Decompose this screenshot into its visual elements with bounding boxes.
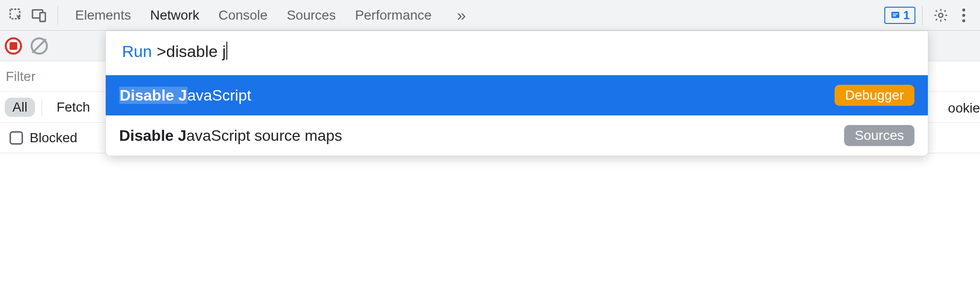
tab-elements[interactable]: Elements	[74, 6, 132, 25]
svg-point-6	[939, 13, 943, 17]
filter-pill-all[interactable]: All	[5, 98, 35, 117]
issues-count: 1	[903, 9, 910, 22]
svg-rect-2	[40, 12, 45, 21]
inspect-element-icon[interactable]	[5, 4, 28, 27]
divider	[922, 6, 923, 25]
device-toolbar-icon[interactable]	[28, 4, 51, 27]
blocked-label: Blocked	[30, 130, 78, 146]
blocked-checkbox[interactable]	[10, 131, 23, 145]
kebab-menu-icon[interactable]	[952, 4, 975, 27]
svg-rect-4	[892, 13, 898, 14]
svg-rect-3	[891, 11, 899, 18]
match-highlight: Disable J	[119, 127, 187, 144]
filter-pill-fetch[interactable]: Fetch	[49, 98, 98, 117]
cookie-text-fragment: ookie	[948, 101, 980, 116]
item-rest: avaScript source maps	[187, 127, 342, 144]
divider	[57, 6, 58, 25]
item-rest: avaScript	[188, 87, 251, 104]
more-tabs-icon[interactable]: »	[450, 4, 473, 27]
filter-input[interactable]: Filter	[6, 69, 35, 84]
match-highlight: Disable J	[119, 87, 188, 104]
tab-performance[interactable]: Performance	[354, 6, 433, 25]
svg-point-8	[962, 13, 965, 16]
divider	[42, 99, 42, 115]
settings-gear-icon[interactable]	[929, 4, 952, 27]
palette-query: >disable j	[156, 42, 227, 61]
text-cursor-icon	[226, 42, 227, 60]
panel-tabs: Elements Network Console Sources Perform…	[74, 4, 473, 27]
command-palette-input-row[interactable]: Run >disable j	[106, 31, 928, 75]
devtools-top-tabbar: Elements Network Console Sources Perform…	[0, 0, 980, 31]
palette-item-disable-javascript[interactable]: Disable JavaScript Debugger	[106, 75, 928, 115]
palette-item-disable-js-source-maps[interactable]: Disable JavaScript source maps Sources	[106, 115, 928, 156]
command-palette: Run >disable j Disable JavaScript Debugg…	[105, 31, 928, 156]
panel-badge-debugger: Debugger	[835, 85, 914, 106]
tab-network[interactable]: Network	[149, 6, 200, 25]
run-prefix: Run	[122, 42, 152, 61]
tab-console[interactable]: Console	[217, 6, 268, 25]
issues-badge[interactable]: 1	[884, 7, 915, 24]
clear-log-icon[interactable]	[31, 37, 48, 55]
panel-badge-sources: Sources	[844, 125, 914, 146]
record-button[interactable]	[5, 37, 22, 55]
tab-sources[interactable]: Sources	[286, 6, 337, 25]
svg-point-7	[962, 8, 965, 11]
svg-rect-5	[892, 15, 896, 16]
svg-point-9	[962, 19, 965, 22]
